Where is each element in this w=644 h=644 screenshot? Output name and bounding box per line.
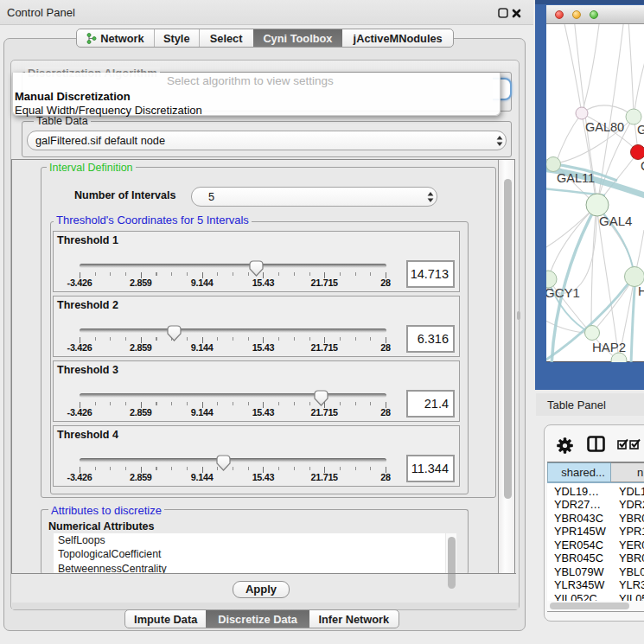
svg-text:GAL80: GAL80 <box>585 120 624 134</box>
svg-text:HAP2: HAP2 <box>592 340 626 354</box>
svg-text:GAL11: GAL11 <box>557 171 595 185</box>
svg-text:GAL4: GAL4 <box>599 214 632 228</box>
svg-text:C: C <box>641 159 644 173</box>
svg-text:H: H <box>638 284 644 298</box>
svg-text:G.: G. <box>637 123 644 137</box>
svg-text:GCY1: GCY1 <box>546 285 580 300</box>
